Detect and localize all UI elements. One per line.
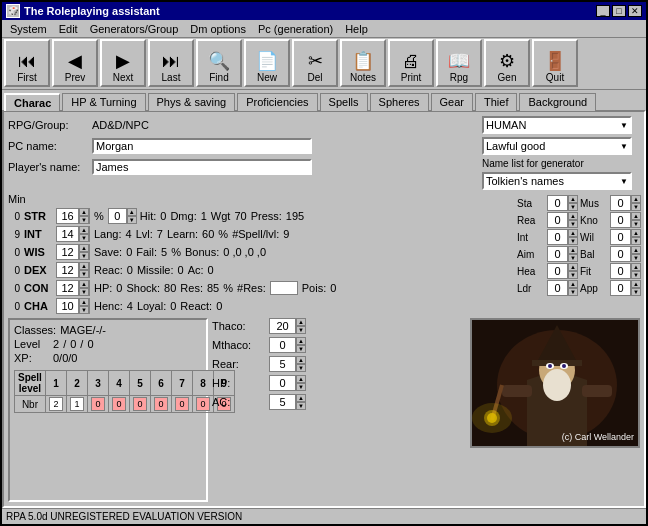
rea-spin[interactable]: ▲ ▼ (547, 212, 577, 228)
wis-value[interactable] (57, 245, 79, 259)
app-up[interactable]: ▲ (631, 280, 641, 288)
int2-spin[interactable]: ▲ ▼ (547, 229, 577, 245)
tab-spells[interactable]: Spells (320, 93, 368, 111)
kno-spin[interactable]: ▲ ▼ (610, 212, 640, 228)
wis-down[interactable]: ▼ (79, 252, 89, 260)
tab-hp[interactable]: HP & Turning (62, 93, 145, 111)
int2-up[interactable]: ▲ (568, 229, 578, 237)
tab-prof[interactable]: Proficiencies (237, 93, 317, 111)
dex-up[interactable]: ▲ (79, 262, 89, 270)
spell-nbr-2-input[interactable] (70, 397, 84, 411)
tab-spheres[interactable]: Spheres (370, 93, 429, 111)
bal-spin[interactable]: ▲ ▼ (610, 246, 640, 262)
menu-edit[interactable]: Edit (53, 22, 84, 36)
alignment-dropdown[interactable]: Lawful good ▼ (482, 137, 632, 155)
del-button[interactable]: ✂ Del (292, 39, 338, 87)
thaco-up[interactable]: ▲ (296, 318, 306, 326)
spell-nbr-7-input[interactable] (175, 397, 189, 411)
fit-val[interactable] (611, 264, 631, 278)
menu-generators[interactable]: Generators/Group (84, 22, 185, 36)
namelist-dropdown[interactable]: Tolkien's names ▼ (482, 172, 632, 190)
menu-dm[interactable]: Dm options (184, 22, 252, 36)
hea-up[interactable]: ▲ (568, 263, 578, 271)
str-value[interactable] (57, 209, 79, 223)
fit-down[interactable]: ▼ (631, 271, 641, 279)
cha-value[interactable] (57, 299, 79, 313)
minimize-button[interactable]: _ (596, 5, 610, 17)
wis-up[interactable]: ▲ (79, 244, 89, 252)
wil-spin[interactable]: ▲ ▼ (610, 229, 640, 245)
mthaco-val[interactable] (270, 338, 296, 352)
tab-gear[interactable]: Gear (431, 93, 473, 111)
ac-up[interactable]: ▲ (296, 394, 306, 402)
ac-spin[interactable]: ▲ ▼ (269, 394, 305, 410)
aim-spin[interactable]: ▲ ▼ (547, 246, 577, 262)
spell-nbr-4-input[interactable] (112, 397, 126, 411)
players-name-input[interactable] (92, 159, 312, 175)
close-button[interactable]: ✕ (628, 5, 642, 17)
rear-down[interactable]: ▼ (296, 364, 306, 372)
quit-button[interactable]: 🚪 Quit (532, 39, 578, 87)
con-value[interactable] (57, 281, 79, 295)
next-button[interactable]: ▶ Next (100, 39, 146, 87)
int-down[interactable]: ▼ (79, 234, 89, 242)
tab-thief[interactable]: Thief (475, 93, 517, 111)
spell-nbr-8-input[interactable] (196, 397, 210, 411)
hp-val[interactable] (270, 376, 296, 390)
str-pct-down[interactable]: ▼ (127, 216, 137, 224)
mus-down[interactable]: ▼ (631, 203, 641, 211)
str-spinbox[interactable]: ▲ ▼ (56, 208, 90, 224)
rea-up[interactable]: ▲ (568, 212, 578, 220)
dex-value[interactable] (57, 263, 79, 277)
hea-val[interactable] (548, 264, 568, 278)
last-button[interactable]: ⏭ Last (148, 39, 194, 87)
spell-nbr-1-input[interactable] (49, 397, 63, 411)
rpg-button[interactable]: 📖 Rpg (436, 39, 482, 87)
rear-spin[interactable]: ▲ ▼ (269, 356, 305, 372)
fit-spin[interactable]: ▲ ▼ (610, 263, 640, 279)
cha-down[interactable]: ▼ (79, 306, 89, 314)
new-button[interactable]: 📄 New (244, 39, 290, 87)
wil-up[interactable]: ▲ (631, 229, 641, 237)
aim-up[interactable]: ▲ (568, 246, 578, 254)
ldr-val[interactable] (548, 281, 568, 295)
tab-phys[interactable]: Phys & saving (148, 93, 236, 111)
dex-spinbox[interactable]: ▲ ▼ (56, 262, 90, 278)
rea-down[interactable]: ▼ (568, 220, 578, 228)
ldr-spin[interactable]: ▲ ▼ (547, 280, 577, 296)
sta-down[interactable]: ▼ (568, 203, 578, 211)
bal-val[interactable] (611, 247, 631, 261)
con-res-input[interactable] (270, 281, 298, 295)
menu-pc[interactable]: Pc (generation) (252, 22, 339, 36)
hea-down[interactable]: ▼ (568, 271, 578, 279)
kno-up[interactable]: ▲ (631, 212, 641, 220)
notes-button[interactable]: 📋 Notes (340, 39, 386, 87)
tab-charac[interactable]: Charac (4, 93, 60, 111)
bal-down[interactable]: ▼ (631, 254, 641, 262)
kno-down[interactable]: ▼ (631, 220, 641, 228)
ldr-down[interactable]: ▼ (568, 288, 578, 296)
app-spin[interactable]: ▲ ▼ (610, 280, 640, 296)
rear-up[interactable]: ▲ (296, 356, 306, 364)
str-up[interactable]: ▲ (79, 208, 89, 216)
hea-spin[interactable]: ▲ ▼ (547, 263, 577, 279)
thaco-val[interactable] (270, 319, 296, 333)
mthaco-spin[interactable]: ▲ ▼ (269, 337, 305, 353)
tab-background[interactable]: Background (519, 93, 596, 111)
int2-down[interactable]: ▼ (568, 237, 578, 245)
con-down[interactable]: ▼ (79, 288, 89, 296)
app-val[interactable] (611, 281, 631, 295)
hp-down[interactable]: ▼ (296, 383, 306, 391)
thaco-spin[interactable]: ▲ ▼ (269, 318, 305, 334)
kno-val[interactable] (611, 213, 631, 227)
hp-spin[interactable]: ▲ ▼ (269, 375, 305, 391)
con-spinbox[interactable]: ▲ ▼ (56, 280, 90, 296)
mthaco-down[interactable]: ▼ (296, 345, 306, 353)
spell-nbr-6-input[interactable] (154, 397, 168, 411)
thaco-down[interactable]: ▼ (296, 326, 306, 334)
str-down[interactable]: ▼ (79, 216, 89, 224)
wil-val[interactable] (611, 230, 631, 244)
sta-up[interactable]: ▲ (568, 195, 578, 203)
menu-help[interactable]: Help (339, 22, 374, 36)
int-value[interactable] (57, 227, 79, 241)
